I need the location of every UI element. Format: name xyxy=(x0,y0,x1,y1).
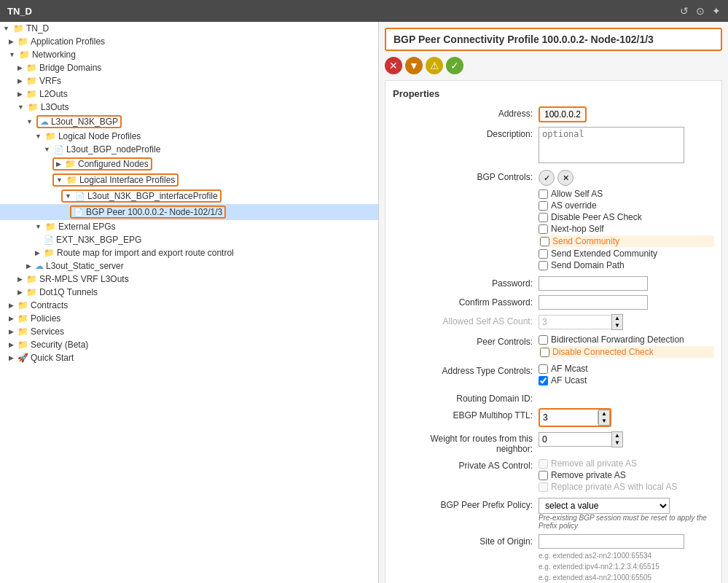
af-mcast-label: AF Mcast xyxy=(551,364,588,374)
expand-icon: ▼ xyxy=(65,192,71,200)
password-value xyxy=(539,276,714,291)
tree-label: External EPGs xyxy=(58,222,116,232)
sidebar-item-logical-node-profiles[interactable]: ▼ 📁 Logical Node Profiles xyxy=(0,130,378,143)
send-extended-community-checkbox[interactable] xyxy=(539,249,548,259)
confirm-password-input[interactable] xyxy=(539,295,648,310)
sidebar-item-configured-nodes[interactable]: ▶ 📁 Configured Nodes xyxy=(0,156,378,172)
tree-label: EXT_N3K_BGP_EPG xyxy=(56,235,141,245)
address-label: Address: xyxy=(393,106,539,119)
sidebar-item-l2outs[interactable]: ▶ 📁 L2Outs xyxy=(0,87,378,101)
sidebar-item-bgp-peer[interactable]: 📄 BGP Peer 100.0.0.2- Node-102/1/3 xyxy=(0,204,378,220)
routing-domain-row: Routing Domain ID: xyxy=(393,391,714,404)
sidebar-item-interface-profile[interactable]: ▼ 📄 L3out_N3K_BGP_interfaceProfile xyxy=(0,188,378,204)
tree-label: Configured Nodes xyxy=(78,159,149,169)
send-domain-path-checkbox[interactable] xyxy=(539,261,548,270)
folder-icon: 🚀 xyxy=(17,353,28,363)
refresh-icon[interactable]: ↺ xyxy=(680,5,689,17)
folder-icon: 📁 xyxy=(17,313,28,324)
tree-label: TN_D xyxy=(26,23,49,34)
sidebar-item-contracts[interactable]: ▶ 📁 Contracts xyxy=(0,299,378,312)
doc-icon: 📄 xyxy=(74,208,84,217)
ebgp-ttl-row: EBGP Multihop TTL: ▲ ▼ xyxy=(393,408,714,427)
remove-private-as-checkbox[interactable] xyxy=(539,471,548,480)
bgp-ctrl-btn-2[interactable]: ✕ xyxy=(557,170,574,186)
sidebar-item-dot1q[interactable]: ▶ 📁 Dot1Q Tunnels xyxy=(0,286,378,299)
folder-icon: 📁 xyxy=(13,23,24,34)
move-down-button[interactable]: ▼ xyxy=(405,57,423,74)
weight-row: Weight for routes from this neighbor: ▲ … xyxy=(393,431,714,454)
site-of-origin-input[interactable] xyxy=(539,534,684,549)
expand-icon: ▶ xyxy=(17,90,23,98)
sidebar-item-static-server[interactable]: ▶ ☁ L3out_Static_server xyxy=(0,259,378,273)
spin-up-button[interactable]: ▲ xyxy=(612,315,622,322)
spin-down-button[interactable]: ▼ xyxy=(599,418,609,425)
sidebar-item-ext-epg[interactable]: 📄 EXT_N3K_BGP_EPG xyxy=(0,233,378,246)
bfd-checkbox[interactable] xyxy=(539,335,548,345)
cb-af-mcast: AF Mcast xyxy=(539,364,714,374)
sidebar-item-vrfs[interactable]: ▶ 📁 VRFs xyxy=(0,74,378,87)
spin-down-button[interactable]: ▼ xyxy=(612,439,622,447)
confirm-password-label: Confirm Password: xyxy=(393,295,539,308)
password-input[interactable] xyxy=(539,276,648,291)
weight-input[interactable] xyxy=(539,432,611,447)
bgp-ctrl-btn-1[interactable]: ✓ xyxy=(539,170,555,186)
sidebar-item-policies[interactable]: ▶ 📁 Policies xyxy=(0,312,378,325)
tree-item-tn_d[interactable]: ▼ 📁 TN_D xyxy=(0,22,378,35)
send-community-label: Send Community xyxy=(552,236,619,246)
send-community-checkbox[interactable] xyxy=(540,237,549,246)
allowed-self-as-input[interactable] xyxy=(539,315,611,329)
disable-connected-check-checkbox[interactable] xyxy=(540,348,549,357)
ebgp-ttl-input[interactable] xyxy=(540,411,598,424)
bgp-controls-label: BGP Controls: xyxy=(393,170,539,182)
remove-all-private-as-checkbox[interactable] xyxy=(539,459,548,469)
tree-label: Policies xyxy=(31,313,60,324)
sidebar-item-l3outs[interactable]: ▼ 📁 L3Outs xyxy=(0,101,378,114)
sidebar-item-bgp-nodeprofile[interactable]: ▼ 📄 L3out_BGP_nodeProfile xyxy=(0,143,378,156)
site-of-origin-row: Site of Origin: e.g. extended:as2-nn2:10… xyxy=(393,534,714,583)
sidebar-item-route-map[interactable]: ▶ 📁 Route map for import and export rout… xyxy=(0,246,378,259)
ok-button[interactable]: ✓ xyxy=(446,57,463,74)
bgp-peer-prefix-select[interactable]: select a value xyxy=(539,498,670,514)
sidebar-item-services[interactable]: ▶ 📁 Services xyxy=(0,325,378,338)
spin-up-button[interactable]: ▲ xyxy=(599,410,609,418)
panel-title: BGP Peer Connectivity Profile 100.0.0.2-… xyxy=(394,34,654,45)
cb-disable-peer-as-check: Disable Peer AS Check xyxy=(539,212,714,222)
spin-up-button[interactable]: ▲ xyxy=(612,432,622,439)
ebgp-ttl-spinbox: ▲ ▼ xyxy=(539,408,611,427)
address-type-value: AF Mcast AF Ucast xyxy=(539,364,714,387)
as-override-checkbox[interactable] xyxy=(539,201,548,211)
settings-icon[interactable]: ⊙ xyxy=(696,5,705,17)
weight-spinbox: ▲ ▼ xyxy=(539,431,714,447)
spin-down-button[interactable]: ▼ xyxy=(612,322,622,329)
disable-peer-as-checkbox[interactable] xyxy=(539,213,548,222)
delete-button[interactable]: ✕ xyxy=(385,57,402,74)
tree-label: L2Outs xyxy=(39,89,68,99)
sidebar-item-app-profiles[interactable]: ▶ 📁 Application Profiles xyxy=(0,35,378,48)
sidebar-item-logical-interface-profiles[interactable]: ▼ 📁 Logical Interface Profiles xyxy=(0,172,378,188)
sidebar-item-l3out-n3k-bgp[interactable]: ▼ ☁ L3out_N3K_BGP xyxy=(0,114,378,130)
doc-icon: 📄 xyxy=(54,145,64,154)
ebgp-ttl-label: EBGP Multihop TTL: xyxy=(393,408,539,420)
password-label: Password: xyxy=(393,276,539,289)
cb-send-community: Send Community xyxy=(539,235,714,247)
sidebar-item-external-epgs[interactable]: ▼ 📁 External EPGs xyxy=(0,220,378,233)
sidebar-item-sr-mpls[interactable]: ▶ 📁 SR-MPLS VRF L3Outs xyxy=(0,273,378,286)
star-icon[interactable]: ✦ xyxy=(712,5,721,17)
sidebar-item-quick-start[interactable]: ▶ 🚀 Quick Start xyxy=(0,351,378,364)
af-mcast-checkbox[interactable] xyxy=(539,364,548,374)
sidebar-item-bridge-domains[interactable]: ▶ 📁 Bridge Domains xyxy=(0,61,378,74)
expand-icon: ▶ xyxy=(17,77,23,85)
sidebar-item-security[interactable]: ▶ 📁 Security (Beta) xyxy=(0,338,378,351)
weight-value: ▲ ▼ xyxy=(539,431,714,447)
af-ucast-checkbox[interactable] xyxy=(539,376,548,386)
next-hop-self-checkbox[interactable] xyxy=(539,224,548,234)
warning-button[interactable]: ⚠ xyxy=(426,57,443,74)
sidebar-item-networking[interactable]: ▼ 📁 Networking xyxy=(0,48,378,61)
site-of-origin-label: Site of Origin: xyxy=(393,534,539,547)
expand-icon: ▶ xyxy=(17,64,23,71)
cb-disable-connected-check: Disable Connected Check xyxy=(539,346,714,358)
description-textarea[interactable] xyxy=(539,127,684,163)
replace-private-as-checkbox[interactable] xyxy=(539,482,548,492)
send-extended-community-label: Send Extended Community xyxy=(551,249,657,259)
allow-self-as-checkbox[interactable] xyxy=(539,189,548,199)
